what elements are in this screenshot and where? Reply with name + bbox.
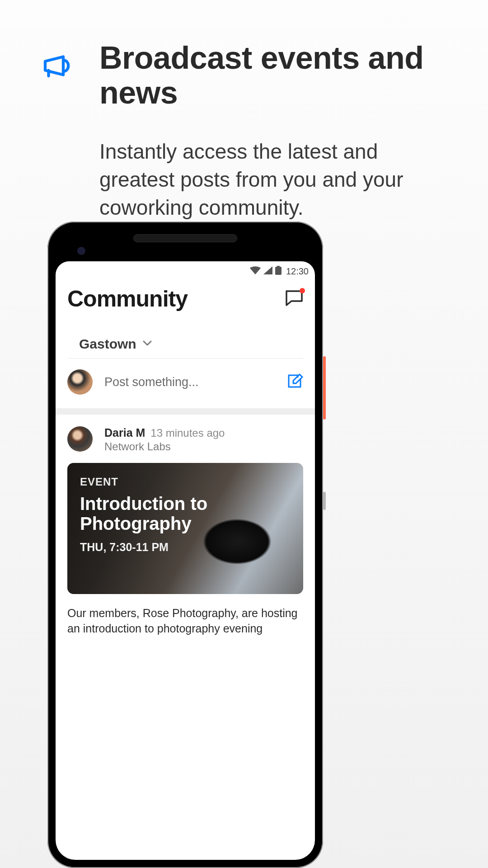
chevron-down-icon [143,340,152,348]
page-title: Community [67,286,188,312]
status-time: 12:30 [286,266,309,277]
post-author[interactable]: Daria M [104,426,145,439]
cellular-icon [263,266,272,276]
svg-rect-2 [277,266,280,267]
event-time: THU, 7:30-11 PM [80,541,291,554]
post-composer[interactable]: Post something... [56,359,315,415]
avatar [67,369,93,395]
megaphone-icon [41,49,77,85]
compose-icon[interactable] [286,373,303,392]
avatar[interactable] [67,426,93,452]
post-timestamp: 13 minutes ago [150,427,225,439]
messages-button[interactable] [285,290,303,308]
event-label: EVENT [80,476,291,488]
promo-subtitle: Instantly access the latest and greatest… [99,137,447,222]
power-button [323,356,326,420]
phone-camera [77,247,85,255]
location-selector[interactable]: Gastown [67,312,303,359]
event-card[interactable]: EVENT Introduction to Photography THU, 7… [67,463,303,594]
svg-rect-1 [275,267,282,275]
promo-title: Broadcast events and news [99,41,447,110]
screen: 12:30 Community Gastown [56,261,315,860]
post-body: Our members, Rose Photography, are hosti… [67,606,303,637]
phone-speaker [133,234,237,242]
post-organization: Network Labs [104,440,225,453]
status-bar: 12:30 [56,261,315,278]
phone-frame: 12:30 Community Gastown [47,222,323,868]
feed-post: Daria M 13 minutes ago Network Labs EVEN… [56,415,315,637]
event-title: Introduction to Photography [80,494,291,533]
composer-placeholder: Post something... [104,375,274,389]
wifi-icon [250,266,261,276]
location-name: Gastown [79,336,136,352]
promo-section: Broadcast events and news Instantly acce… [0,0,488,222]
battery-icon [275,266,282,277]
notification-dot-icon [300,288,305,293]
side-button [323,492,326,510]
